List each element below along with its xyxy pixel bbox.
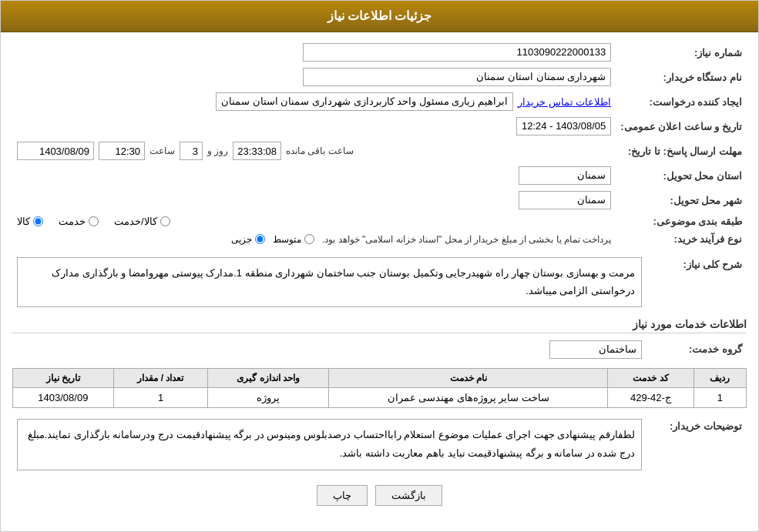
creator-value: ابراهیم زیاری مسئول واحد کاربردازی شهردا…: [216, 92, 513, 111]
print-button[interactable]: چاپ: [317, 485, 368, 506]
process-jozei[interactable]: جزیی: [231, 234, 265, 245]
need-number-value: 1103090222000133: [303, 43, 611, 62]
deadline-days-label: روز و: [207, 146, 228, 156]
category-khadamat[interactable]: خدمت: [59, 216, 99, 227]
back-button[interactable]: بازگشت: [375, 485, 442, 506]
description-label: شرح کلی نیاز:: [646, 254, 747, 310]
col-count: تعداد / مقدار: [113, 368, 208, 387]
buyer-notes-text: لطفارقم پیشنهادی جهت اجرای عملیات موضوع …: [17, 419, 642, 470]
category-kala-khadamat[interactable]: کالا/خدمت: [114, 216, 170, 227]
col-date: تاریخ نیاز: [13, 368, 114, 387]
service-group-value: ساختمان: [549, 340, 642, 359]
category-kala[interactable]: کالا: [17, 216, 43, 227]
deadline-days-value: 3: [180, 142, 203, 160]
col-name: نام خدمت: [329, 368, 608, 387]
service-group-label: گروه خدمت:: [646, 337, 747, 362]
announce-date-label: تاریخ و ساعت اعلان عمومی:: [616, 114, 747, 139]
deadline-date-value: 1403/08/09: [17, 142, 94, 160]
buyer-notes-label: توضیحات خریدار:: [646, 416, 747, 473]
deadline-label: مهلت ارسال پاسخ: تا تاریخ:: [616, 139, 747, 163]
process-motavasset[interactable]: متوسط: [273, 234, 314, 245]
description-text: مرمت و بهسازی بوستان چهار راه شهیدرجایی …: [17, 257, 642, 307]
col-row: ردیف: [694, 368, 746, 387]
province-label: استان محل تحویل:: [616, 163, 747, 188]
services-header: اطلاعات خدمات مورد نیاز: [12, 318, 747, 333]
col-unit: واحد اندازه گیری: [208, 368, 329, 387]
deadline-remaining-value: 23:33:08: [233, 142, 281, 160]
services-table: ردیف کد خدمت نام خدمت واحد اندازه گیری ت…: [12, 368, 747, 408]
province-value: سمنان: [519, 166, 611, 185]
deadline-time-value: 12:30: [99, 142, 145, 160]
city-value: سمنان: [519, 191, 611, 209]
table-row: 1ج-42-429ساخت سایر پروژه‌های مهندسی عمرا…: [13, 387, 747, 407]
creator-contact-link[interactable]: اطلاعات تماس خریدار: [518, 96, 611, 108]
need-number-label: شماره نیاز:: [616, 40, 747, 65]
button-row: بازگشت چاپ: [12, 485, 747, 506]
col-code: کد خدمت: [608, 368, 694, 387]
process-label: نوع فرآیند خرید:: [616, 230, 747, 248]
buyer-org-label: نام دستگاه خریدار:: [616, 65, 747, 89]
category-label: طبقه بندی موضوعی:: [616, 212, 747, 230]
page-title: جزئیات اطلاعات نیاز: [327, 9, 432, 22]
deadline-time-label: ساعت: [149, 146, 175, 156]
deadline-remaining-label: ساعت باقی مانده: [286, 146, 354, 156]
buyer-org-value: شهرداری سمنان استان سمنان: [303, 68, 611, 86]
announce-date-value: 1403/08/05 - 12:24: [516, 117, 611, 136]
page-header: جزئیات اطلاعات نیاز: [1, 1, 758, 32]
process-description: پرداخت تمام یا بخشی از مبلغ خریدار از مح…: [322, 234, 611, 245]
city-label: شهر محل تحویل:: [616, 188, 747, 212]
creator-label: ایجاد کننده درخواست:: [616, 89, 747, 114]
